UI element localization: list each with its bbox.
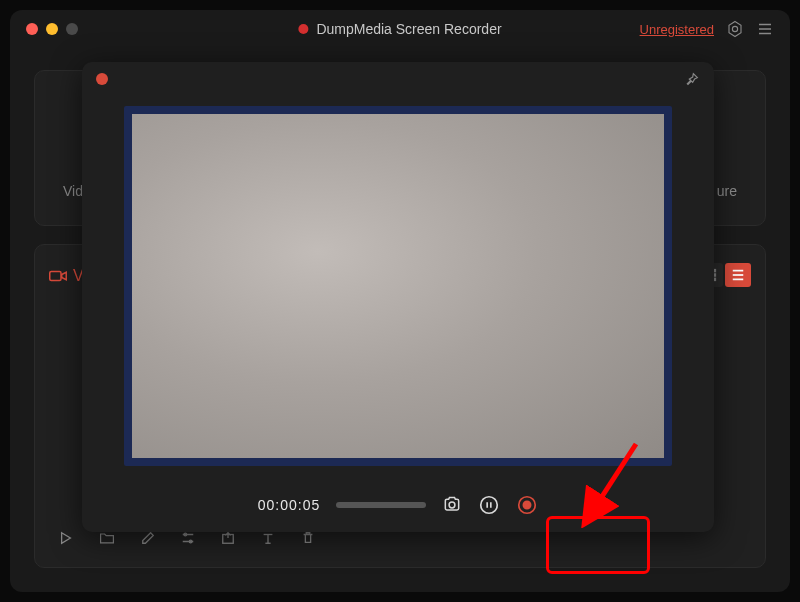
preview-content (132, 114, 664, 458)
sliders-icon[interactable] (181, 531, 195, 545)
recordings-tab[interactable]: V (49, 267, 84, 285)
maximize-window-button[interactable] (66, 23, 78, 35)
rename-icon[interactable] (261, 531, 275, 545)
settings-icon[interactable] (726, 20, 744, 38)
pause-button[interactable] (478, 494, 500, 516)
svg-rect-5 (50, 272, 61, 281)
edit-icon[interactable] (141, 531, 155, 545)
svg-marker-19 (62, 533, 71, 544)
preview-frame (124, 106, 672, 466)
titlebar-right: Unregistered (640, 20, 774, 38)
traffic-lights (26, 23, 78, 35)
svg-point-28 (449, 502, 455, 508)
close-window-button[interactable] (26, 23, 38, 35)
unregistered-link[interactable]: Unregistered (640, 22, 714, 37)
svg-marker-6 (62, 272, 67, 280)
stop-button[interactable] (516, 494, 538, 516)
svg-marker-0 (729, 22, 741, 37)
app-title: DumpMedia Screen Recorder (316, 21, 501, 37)
recording-indicator-icon (298, 24, 308, 34)
recorder-close-button[interactable] (96, 73, 108, 85)
recorder-titlebar (82, 62, 714, 96)
minimize-window-button[interactable] (46, 23, 58, 35)
bottom-toolbar (59, 531, 315, 545)
recorder-controls: 00:00:05 (82, 494, 714, 516)
recorder-window: 00:00:05 (82, 62, 714, 532)
progress-bar[interactable] (336, 502, 426, 508)
svg-point-29 (481, 497, 498, 514)
screenshot-icon[interactable] (442, 495, 462, 515)
trash-icon[interactable] (301, 531, 315, 545)
titlebar: DumpMedia Screen Recorder Unregistered (10, 10, 790, 48)
folder-icon[interactable] (99, 531, 115, 545)
list-view-button[interactable] (725, 263, 751, 287)
recording-timer: 00:00:05 (258, 497, 321, 513)
svg-point-1 (732, 26, 737, 31)
export-icon[interactable] (221, 531, 235, 545)
pin-icon[interactable] (684, 71, 700, 87)
menu-icon[interactable] (756, 20, 774, 38)
play-icon[interactable] (59, 531, 73, 545)
title-center: DumpMedia Screen Recorder (298, 21, 501, 37)
mode-label-capture: ure (717, 183, 737, 199)
svg-point-33 (524, 501, 531, 508)
